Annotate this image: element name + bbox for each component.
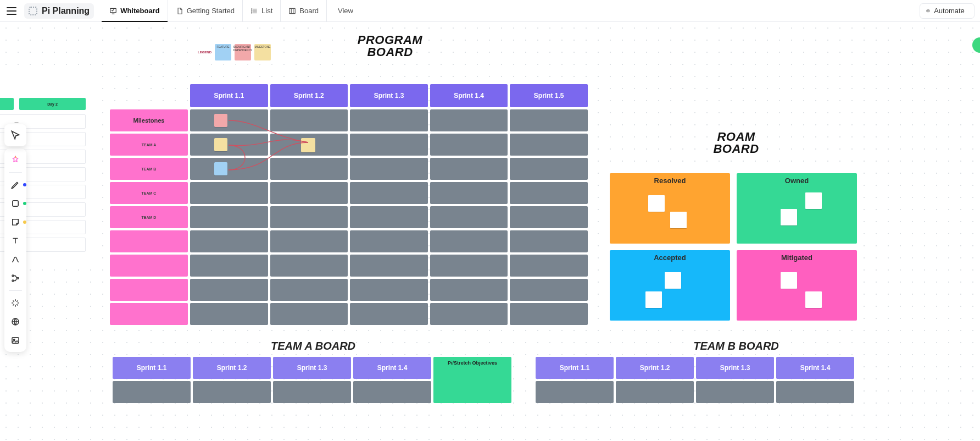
program-cell[interactable] — [270, 303, 348, 325]
program-cell[interactable] — [510, 182, 588, 204]
program-row-label[interactable]: TEAM A — [110, 134, 188, 156]
view-tab-getting-started[interactable]: Getting Started — [168, 0, 243, 21]
program-cell[interactable] — [350, 158, 428, 180]
roam-accepted[interactable]: Accepted — [610, 250, 730, 321]
program-cell[interactable] — [430, 230, 508, 252]
tool-text[interactable] — [7, 233, 24, 249]
tool-pen[interactable] — [7, 177, 24, 193]
roam-mitigated[interactable]: Mitigated — [737, 250, 857, 321]
team-cell[interactable] — [616, 381, 694, 403]
team-sprint-header[interactable]: Sprint 1.3 — [273, 357, 351, 379]
team-sprint-header[interactable]: Sprint 1.3 — [696, 357, 774, 379]
team-objectives-header[interactable]: Pi/Stretch Objectives — [433, 357, 511, 403]
menu-icon[interactable] — [7, 7, 16, 15]
tool-sticky[interactable] — [7, 214, 24, 230]
team-sprint-header[interactable]: Sprint 1.2 — [616, 357, 694, 379]
program-row-label[interactable]: TEAM C — [110, 182, 188, 204]
program-cell[interactable] — [430, 182, 508, 204]
team-cell[interactable] — [113, 381, 191, 403]
program-board[interactable]: Sprint 1.1 Sprint 1.2 Sprint 1.3 Sprint … — [110, 84, 588, 325]
program-cell[interactable] — [510, 255, 588, 277]
view-tab-board[interactable]: Board — [281, 0, 327, 21]
program-row-label[interactable]: Milestones — [110, 109, 188, 131]
program-cell[interactable] — [430, 134, 508, 156]
sticky-note-feature[interactable] — [214, 162, 227, 175]
tool-pointer[interactable] — [4, 124, 26, 146]
program-cell[interactable] — [350, 134, 428, 156]
program-cell[interactable] — [350, 230, 428, 252]
team-cell[interactable] — [193, 381, 271, 403]
program-cell[interactable] — [430, 206, 508, 228]
program-cell[interactable] — [510, 134, 588, 156]
program-row-label[interactable]: TEAM B — [110, 158, 188, 180]
program-cell[interactable] — [430, 279, 508, 301]
sticky-note[interactable] — [670, 212, 687, 228]
page-title-chip[interactable]: Pi Planning — [24, 3, 94, 19]
program-row-label[interactable] — [110, 230, 188, 252]
program-cell[interactable] — [270, 109, 348, 131]
tool-shape[interactable] — [7, 195, 24, 212]
program-row-label[interactable] — [110, 279, 188, 301]
sticky-note[interactable] — [665, 272, 681, 289]
view-tab-list[interactable]: List — [243, 0, 281, 21]
sticky-note[interactable] — [648, 195, 665, 212]
team-cell[interactable] — [353, 381, 431, 403]
team-cell[interactable] — [696, 381, 774, 403]
agenda-day-tab[interactable]: Day 1 — [0, 98, 14, 110]
tool-mindmap[interactable] — [7, 270, 24, 286]
sticky-note-dependency[interactable] — [214, 114, 227, 127]
program-cell[interactable] — [510, 109, 588, 131]
program-cell[interactable] — [190, 303, 268, 325]
team-b-board[interactable]: TEAM B BOARD Sprint 1.1 Sprint 1.2 Sprin… — [536, 340, 937, 403]
program-cell[interactable] — [270, 158, 348, 180]
program-cell[interactable] — [190, 158, 268, 180]
program-cell[interactable] — [190, 206, 268, 228]
sticky-note[interactable] — [805, 291, 822, 308]
roam-resolved[interactable]: Resolved — [610, 173, 730, 244]
sticky-note[interactable] — [781, 272, 797, 289]
program-cell[interactable] — [510, 303, 588, 325]
team-a-board[interactable]: TEAM A BOARD Sprint 1.1 Sprint 1.2 Sprin… — [113, 340, 514, 403]
program-cell[interactable] — [190, 255, 268, 277]
sprint-header[interactable]: Sprint 1.1 — [190, 84, 268, 107]
program-cell[interactable] — [350, 206, 428, 228]
program-cell[interactable] — [430, 158, 508, 180]
view-tab-whiteboard[interactable]: Whiteboard — [102, 0, 168, 21]
team-sprint-header[interactable]: Sprint 1.4 — [353, 357, 431, 379]
program-cell[interactable] — [510, 279, 588, 301]
sticky-note[interactable] — [645, 291, 662, 308]
sticky-note-milestone[interactable] — [214, 138, 227, 151]
collaborator-avatar[interactable] — [972, 37, 980, 53]
program-cell[interactable] — [190, 109, 268, 131]
program-cell[interactable] — [350, 303, 428, 325]
program-cell[interactable] — [190, 279, 268, 301]
program-cell[interactable] — [350, 109, 428, 131]
program-cell[interactable] — [430, 109, 508, 131]
add-view-button[interactable]: View — [327, 7, 361, 15]
team-cell[interactable] — [776, 381, 854, 403]
program-row-label[interactable] — [110, 255, 188, 277]
sticky-note[interactable] — [805, 192, 822, 209]
program-cell[interactable] — [430, 303, 508, 325]
program-cell[interactable] — [270, 255, 348, 277]
team-sprint-header[interactable]: Sprint 1.2 — [193, 357, 271, 379]
program-cell[interactable] — [270, 279, 348, 301]
team-cell[interactable] — [273, 381, 351, 403]
tool-sparkle[interactable] — [7, 295, 24, 311]
tool-ai[interactable] — [7, 152, 24, 168]
sprint-header[interactable]: Sprint 1.5 — [510, 84, 588, 107]
sprint-header[interactable]: Sprint 1.2 — [270, 84, 348, 107]
program-cell[interactable] — [190, 182, 268, 204]
whiteboard-canvas[interactable]: NDA Day 1 Day 2 — — — — — — — — PROGRAM … — [0, 22, 980, 441]
team-sprint-header[interactable]: Sprint 1.1 — [536, 357, 614, 379]
program-cell[interactable] — [430, 255, 508, 277]
program-row-label[interactable]: TEAM D — [110, 206, 188, 228]
program-cell[interactable] — [350, 279, 428, 301]
roam-owned[interactable]: Owned — [737, 173, 857, 244]
team-cell[interactable] — [536, 381, 614, 403]
program-cell[interactable] — [190, 134, 268, 156]
program-cell[interactable] — [190, 230, 268, 252]
sprint-header[interactable]: Sprint 1.3 — [350, 84, 428, 107]
tool-globe[interactable] — [7, 313, 24, 330]
program-cell[interactable] — [350, 255, 428, 277]
